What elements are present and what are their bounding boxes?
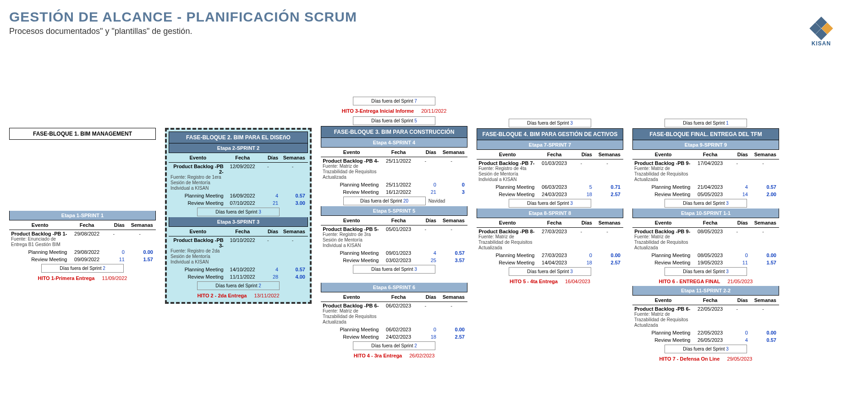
pb-date: 12/09/2022	[227, 164, 258, 169]
col-fecha: Fecha	[382, 294, 414, 300]
dash: -	[438, 303, 467, 308]
planning-date: 27/03/2023	[538, 252, 570, 258]
planning-weeks: 0.57	[280, 193, 308, 198]
planning-row: Planning Meeting08/05/202300.00	[632, 252, 779, 259]
planning-weeks: 0.57	[438, 250, 467, 256]
review-weeks: 1.57	[126, 257, 156, 262]
pb-title: Product Backlog -PB 2-	[169, 164, 224, 175]
review-label: Review Meeting	[632, 260, 694, 265]
out-label: Días fuera del Sprint	[683, 121, 726, 126]
review-row: Review Meeting05/05/2023142.00	[632, 191, 779, 198]
col-dias: Días	[571, 220, 594, 225]
out-label: Días fuera del Sprint	[371, 343, 414, 348]
planning-label: Planning Meeting	[9, 249, 71, 255]
review-weeks: 2.00	[750, 192, 779, 197]
planning-date: 16/09/2022	[227, 193, 258, 198]
review-row: Review Meeting26/05/202340.57	[632, 336, 779, 344]
pb-title: Product Backlog -PB 9-	[632, 160, 690, 166]
planning-days: 0	[571, 252, 594, 258]
dash: -	[750, 306, 779, 312]
review-days: 25	[415, 258, 438, 263]
planning-label: Planning Meeting	[321, 250, 382, 256]
review-weeks: 0.57	[750, 337, 779, 343]
planning-row: Planning Meeting09/01/202340.57	[321, 249, 467, 257]
out-value: 20	[403, 198, 408, 203]
review-label: Review Meeting	[169, 200, 227, 206]
col-phase-5: Días fuera del Sprint 1 FASE-BLOQUE FINA…	[632, 45, 779, 363]
planning-days: 0	[103, 249, 126, 255]
planning-date: 14/10/2022	[227, 267, 258, 272]
planning-label: Planning Meeting	[477, 184, 538, 190]
review-date: 11/11/2022	[227, 274, 258, 280]
planning-days: 0	[726, 330, 750, 335]
review-days: 11	[103, 257, 126, 262]
col-phase-4: Días fuera del Sprint 3 FASE-BLOQUE 4. B…	[477, 45, 623, 286]
col-evento: Evento	[169, 155, 227, 160]
pb-row: Product Backlog -PB 6-Fuente: Matriz de …	[632, 305, 779, 329]
review-date: 09/09/2022	[71, 257, 103, 262]
out-days-s10: Días fuera del Sprint 3	[665, 267, 747, 276]
col-evento: Evento	[321, 218, 382, 223]
sprint-7-header: Etapa 7-SPRINT 7	[477, 140, 623, 150]
col-phase-2: FASE-BLOQUE 2. BIM PARA EL DISEñO Etapa …	[165, 45, 312, 304]
planning-label: Planning Meeting	[632, 252, 694, 258]
sprint-10-header: Etapa 10-SPRINT 1-1	[632, 208, 779, 218]
out-value: 3	[570, 201, 573, 206]
review-weeks: 3.00	[280, 200, 308, 206]
phase-4-header: FASE-BLOQUE 4. BIM PARA GESTIÓN DE ACTIV…	[477, 128, 623, 140]
logo: KISAN	[811, 18, 831, 47]
out-value: 3	[414, 267, 417, 272]
out-value: 1	[726, 121, 729, 126]
pb-source: Fuente: Matriz de Trazabilidad de Requis…	[477, 234, 534, 251]
review-row: Review Meeting24/03/2023182.57	[477, 191, 623, 198]
out-value: 3	[726, 269, 729, 274]
out-value: 7	[414, 99, 417, 104]
review-weeks: 2.57	[438, 334, 467, 340]
table-head: EventoFechaDíasSemanas	[321, 216, 467, 225]
planning-row: Planning Meeting16/09/202240.57	[169, 192, 308, 199]
review-days: 18	[571, 192, 594, 197]
out-label: Días fuera del Sprint	[683, 346, 726, 351]
col-evento: Evento	[321, 294, 382, 300]
planning-row: Planning Meeting06/03/202350.71	[477, 183, 623, 191]
pb-source: Fuente: Registro de 2da Sesión de Mentor…	[169, 248, 224, 265]
review-date: 19/05/2023	[694, 260, 726, 265]
highlighted-phase: FASE-BLOQUE 2. BIM PARA EL DISEñO Etapa …	[165, 128, 312, 304]
review-row: Review Meeting19/05/2023111.57	[632, 259, 779, 266]
planning-date: 25/11/2022	[382, 182, 414, 187]
pb-date: 27/03/2023	[538, 229, 570, 234]
sprint-9-header: Etapa 9-SPRINT 9	[632, 140, 779, 150]
out-label: Días fuera del Sprint	[527, 201, 570, 206]
hito-5: HITO 5 - 4ta Entrega16/04/2023	[477, 277, 623, 286]
planning-label: Planning Meeting	[632, 184, 694, 190]
review-row: Review Meeting 09/09/2022 11 1.57	[9, 256, 156, 263]
out-days-s9: Días fuera del Sprint 3	[665, 199, 747, 208]
out-days-top-7: Días fuera del Sprint 7	[353, 97, 435, 105]
pb-row: Product Backlog -PB 8-Fuente: Matriz de …	[477, 228, 623, 252]
pb-date: 05/01/2023	[382, 226, 414, 232]
table-head: EventoFechaDíasSemanas	[321, 292, 467, 302]
col-evento: Evento	[477, 220, 538, 225]
phase-1-header: FASE-BLOQUE 1. BIM MANAGEMENT	[9, 128, 156, 140]
planning-weeks: 0.00	[594, 252, 623, 258]
out-days-top-3: Días fuera del Sprint 3	[509, 119, 591, 127]
dash: -	[594, 160, 623, 166]
planning-days: 4	[258, 267, 280, 272]
dash: -	[415, 226, 438, 232]
out-label: Días fuera del Sprint	[527, 269, 570, 274]
review-weeks: 2.57	[594, 192, 623, 197]
hito-3: HITO 3-Entrega Inicial Informe20/11/2022	[321, 106, 467, 115]
review-date: 24/03/2023	[538, 192, 570, 197]
col-semanas: Semanas	[438, 218, 467, 223]
out-value: 3	[726, 201, 729, 206]
pb-date: 01/03/2023	[538, 160, 570, 166]
out-label: Días fuera del Sprint	[527, 121, 570, 126]
planning-weeks: 0.57	[750, 184, 779, 190]
out-label: Días fuera del Sprint	[215, 283, 258, 288]
col-dias: Días	[103, 222, 126, 228]
hito-label: HITO 4 - 3ra Entrega	[354, 353, 402, 358]
review-weeks: 3.57	[438, 258, 467, 263]
planning-weeks: 0.00	[750, 330, 779, 335]
out-days-s4: Días fuera del Sprint 20	[343, 197, 426, 205]
table-head: EventoFechaDíasSemanas	[169, 153, 308, 163]
